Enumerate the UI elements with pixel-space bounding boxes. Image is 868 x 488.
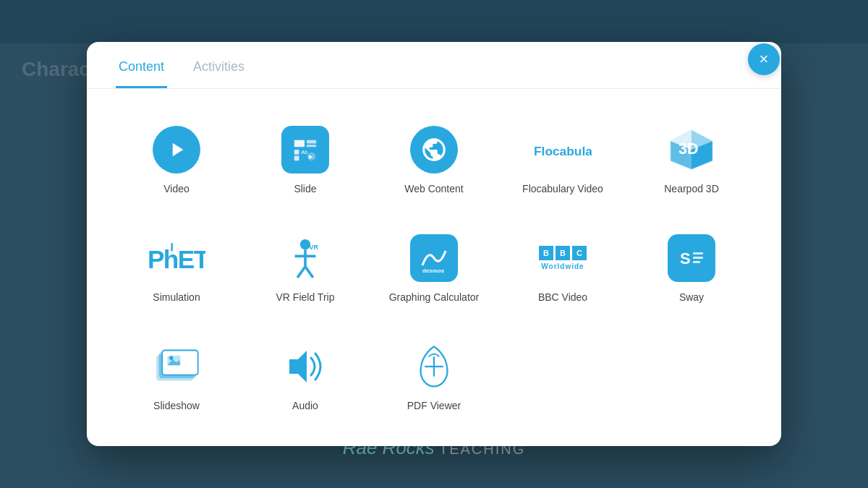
pdf-icon-area	[408, 341, 460, 393]
pdf-label: PDF Viewer	[407, 400, 461, 411]
svg-point-31	[169, 356, 173, 360]
web-label: Web Content	[404, 183, 463, 194]
video-icon	[153, 126, 200, 174]
vr-icon-area: VR	[279, 232, 331, 284]
content-item-sway[interactable]: S Sway	[631, 221, 752, 314]
simulation-label: Simulation	[153, 291, 200, 303]
audio-icon-area	[279, 341, 331, 393]
svg-rect-2	[307, 145, 316, 147]
web-icon-area	[408, 124, 460, 176]
content-item-slideshow[interactable]: Slideshow	[116, 329, 237, 423]
slideshow-label: Slideshow	[153, 400, 200, 411]
tab-content[interactable]: Content	[116, 59, 167, 88]
svg-rect-0	[294, 140, 305, 147]
tab-activities[interactable]: Activities	[190, 59, 247, 88]
bbc-label: BBC Video	[538, 291, 587, 303]
modal-dialog: × Content Activities Video	[87, 42, 781, 446]
pdf-icon	[408, 343, 460, 390]
svg-rect-24	[693, 252, 703, 254]
slide-label: Slide	[294, 183, 316, 194]
simulation-icon-area: PhET	[150, 232, 203, 284]
svg-text:VR: VR	[309, 244, 318, 251]
content-item-simulation[interactable]: PhET Simulation	[116, 221, 237, 314]
nearpod3d-icon: 3D	[665, 126, 718, 174]
svg-text:Flocabulary: Flocabulary	[534, 144, 592, 158]
desmos-icon: desmos	[410, 234, 458, 282]
content-item-vr[interactable]: VR VR Field Trip	[244, 221, 366, 314]
svg-line-19	[297, 267, 305, 278]
desmos-icon-area: desmos	[408, 232, 460, 284]
svg-text:3D: 3D	[678, 140, 699, 158]
content-item-slide[interactable]: Ab ▶ Slide	[244, 112, 366, 206]
content-item-web[interactable]: Web Content	[373, 112, 495, 206]
slide-icon-area: Ab ▶	[279, 124, 331, 176]
modal-body: Video Ab	[87, 89, 781, 446]
svg-line-20	[305, 267, 313, 278]
content-item-desmos[interactable]: desmos Graphing Calculator	[373, 221, 495, 314]
content-item-audio[interactable]: Audio	[244, 329, 366, 423]
svg-text:S: S	[680, 249, 691, 267]
content-item-pdf[interactable]: PDF Viewer	[373, 329, 495, 423]
sway-label: Sway	[679, 291, 704, 303]
svg-text:desmos: desmos	[422, 267, 445, 274]
svg-marker-32	[289, 351, 307, 382]
desmos-label: Graphing Calculator	[389, 291, 480, 303]
flocabulary-icon: Flocabulary	[534, 126, 592, 174]
svg-rect-1	[307, 140, 316, 144]
svg-rect-4	[294, 156, 299, 161]
nearpod3d-icon-area: 3D	[665, 124, 718, 176]
audio-icon	[279, 343, 331, 390]
video-label: Video	[163, 183, 190, 194]
sway-icon-area: S	[665, 232, 718, 284]
svg-rect-25	[693, 257, 703, 259]
vr-label: VR Field Trip	[276, 291, 335, 303]
close-button[interactable]: ×	[748, 43, 780, 75]
flocabulary-icon-area: Flocabulary	[537, 124, 589, 176]
content-item-bbc[interactable]: B B C Worldwide BBC Video	[502, 221, 624, 314]
bbc-icon: B B C Worldwide	[537, 240, 589, 276]
content-item-nearpod3d[interactable]: 3D Nearpod 3D	[631, 112, 752, 206]
content-grid: Video Ab	[116, 112, 752, 423]
svg-rect-3	[294, 150, 299, 155]
slide-icon: Ab ▶	[281, 126, 329, 174]
bbc-icon-area: B B C Worldwide	[537, 232, 589, 284]
svg-rect-26	[693, 261, 700, 263]
slideshow-icon-area	[150, 341, 203, 393]
sway-icon: S	[668, 234, 715, 282]
video-icon-area	[150, 124, 203, 176]
content-item-video[interactable]: Video	[116, 112, 237, 206]
nearpod3d-label: Nearpod 3D	[664, 183, 719, 194]
slideshow-icon	[150, 343, 203, 390]
simulation-icon: PhET	[148, 234, 205, 282]
flocabulary-label: Flocabulary Video	[522, 183, 603, 194]
audio-label: Audio	[292, 400, 318, 411]
modal-header: Content Activities	[87, 42, 781, 89]
svg-text:Ab: Ab	[301, 149, 307, 155]
modal-backdrop: × Content Activities Video	[0, 0, 868, 488]
vr-icon: VR	[279, 234, 331, 282]
content-item-flocabulary[interactable]: Flocabulary Flocabulary Video	[502, 112, 624, 206]
svg-text:PhET: PhET	[148, 245, 205, 273]
web-icon	[410, 126, 458, 174]
